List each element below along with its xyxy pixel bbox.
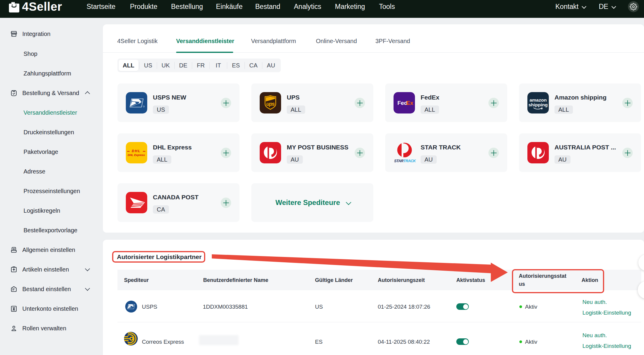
svg-text:Ex: Ex: [406, 100, 413, 106]
svg-text:DHL: DHL: [132, 149, 141, 153]
svg-text:shipping: shipping: [529, 102, 548, 107]
svg-text:Fed: Fed: [397, 100, 408, 106]
svg-text:TRACK: TRACK: [403, 159, 416, 163]
svg-text:ups: ups: [266, 101, 275, 107]
svg-text:amazon: amazon: [529, 97, 547, 102]
svg-text:STAR: STAR: [394, 159, 404, 163]
svg-text:DHL Express: DHL Express: [128, 154, 145, 157]
